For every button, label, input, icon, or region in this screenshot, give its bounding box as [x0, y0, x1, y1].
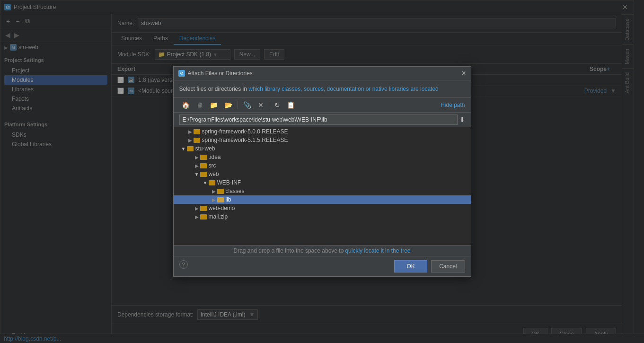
dialog-desc-highlight: which library classes, sources, document… [248, 86, 439, 92]
dialog-title-label: Attach Files or Directories [188, 70, 253, 77]
folder-up-button[interactable]: 📁 [207, 100, 220, 110]
tree-arrow-mall-zip: ▶ [194, 214, 200, 220]
dialog-cancel-button[interactable]: Cancel [431, 260, 465, 273]
toolbar-separator-1 [238, 101, 238, 109]
home-button[interactable]: 🏠 [179, 100, 192, 110]
folder-icon-spring-515 [194, 138, 200, 143]
tree-label-classes: classes [226, 188, 245, 194]
copy-path-button[interactable]: 📋 [284, 100, 297, 110]
toolbar-separator-2 [269, 101, 269, 109]
tree-label-web: web [209, 171, 219, 177]
drag-hint-text-1: Drag and drop a file into the space abov… [234, 247, 344, 254]
tree-label-web-demo: web-demo [209, 205, 235, 211]
tree-item-mall-zip[interactable]: ▶ mall.zip [174, 212, 471, 221]
dialog-overlay: ⚙ Attach Files or Directories × Select f… [0, 0, 644, 343]
tree-item-classes[interactable]: ▶ classes [174, 187, 471, 195]
tree-label-webinf: WEB-INF [217, 179, 241, 186]
tree-label-lib: lib [226, 196, 231, 203]
help-button[interactable]: ? [179, 260, 188, 269]
tree-arrow-web: ▼ [194, 172, 200, 177]
tree-arrow-src: ▶ [194, 163, 200, 168]
new-folder-button[interactable]: 📂 [222, 100, 235, 110]
tree-arrow-webinf: ▼ [202, 180, 209, 185]
tree-arrow-lib: ▶ [211, 197, 217, 202]
tree-item-web[interactable]: ▼ web [174, 170, 471, 178]
tree-arrow-classes: ▶ [211, 189, 217, 194]
tree-item-spring-515[interactable]: ▶ spring-framework-5.1.5.RELEASE [174, 136, 471, 144]
tree-label-src: src [209, 162, 216, 169]
refresh-button[interactable]: ↻ [272, 100, 282, 110]
path-go-button[interactable]: ⬇ [459, 116, 465, 123]
dialog-ok-button[interactable]: OK [394, 260, 427, 273]
path-input[interactable] [179, 114, 458, 125]
folder-icon-idea [200, 155, 207, 160]
tree-arrow-spring-515: ▶ [187, 138, 194, 143]
tree-arrow-spring-500: ▶ [187, 129, 194, 134]
hide-path-button[interactable]: Hide path [441, 102, 465, 108]
folder-icon-stu-web [187, 146, 194, 151]
attach-files-dialog: ⚙ Attach Files or Directories × Select f… [173, 66, 471, 277]
file-tree[interactable]: ▶ spring-framework-5.0.0.RELEASE ▶ sprin… [174, 127, 471, 246]
tree-item-idea[interactable]: ▶ .idea [174, 153, 471, 161]
attach-button[interactable]: 📎 [241, 100, 254, 110]
tree-item-stu-web[interactable]: ▼ stu-web [174, 144, 471, 153]
tree-label-spring-515: spring-framework-5.1.5.RELEASE [202, 137, 288, 143]
delete-button[interactable]: ✕ [256, 100, 266, 110]
tree-label-stu-web: stu-web [195, 145, 215, 152]
drag-hint: Drag and drop a file into the space abov… [174, 246, 471, 256]
dialog-description: Select files or directories in which lib… [174, 80, 471, 98]
folder-icon-mall-zip [200, 214, 207, 220]
dialog-titlebar: ⚙ Attach Files or Directories × [174, 67, 471, 80]
tree-arrow-stu-web: ▼ [180, 146, 187, 151]
dialog-actions: ? OK Cancel [174, 256, 471, 276]
folder-icon-webinf [209, 180, 215, 185]
dialog-toolbar: 🏠 🖥 📁 📂 📎 ✕ ↻ 📋 Hide path [174, 97, 471, 113]
tree-item-spring-500[interactable]: ▶ spring-framework-5.0.0.RELEASE [174, 127, 471, 136]
desktop-button[interactable]: 🖥 [194, 100, 205, 110]
folder-icon-web [200, 172, 207, 177]
tree-label-spring-500: spring-framework-5.0.0.RELEASE [202, 128, 288, 135]
folder-icon-web-demo [200, 206, 207, 211]
drag-hint-link: quickly locate it in the tree [345, 247, 410, 254]
dialog-title-icon: ⚙ [178, 70, 185, 77]
tree-item-src[interactable]: ▶ src [174, 161, 471, 170]
folder-icon-spring-500 [194, 129, 200, 134]
tree-item-web-demo[interactable]: ▶ web-demo [174, 204, 471, 212]
path-input-row: ⬇ [174, 113, 471, 127]
tree-arrow-idea: ▶ [194, 155, 200, 160]
folder-icon-classes [217, 189, 224, 194]
tree-item-lib[interactable]: ▶ lib [174, 195, 471, 204]
tree-label-idea: .idea [209, 154, 221, 160]
dialog-title: ⚙ Attach Files or Directories [178, 70, 253, 77]
dialog-close-button[interactable]: × [461, 70, 466, 77]
tree-arrow-web-demo: ▶ [194, 206, 200, 211]
folder-icon-src [200, 163, 207, 168]
folder-icon-lib [217, 197, 224, 202]
tree-item-webinf[interactable]: ▼ WEB-INF [174, 178, 471, 187]
tree-label-mall-zip: mall.zip [209, 213, 228, 220]
